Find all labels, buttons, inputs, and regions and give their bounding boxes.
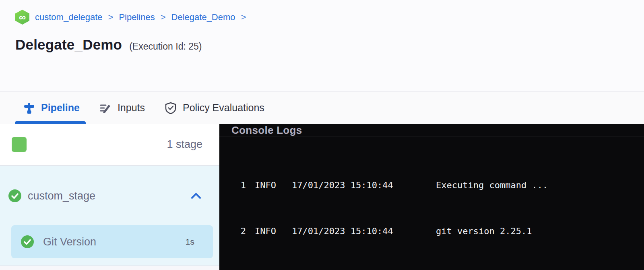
log-timestamp: 17/01/2023 15:10:44 <box>292 224 397 239</box>
console-log-area: 1 INFO 17/01/2023 15:10:44 Executing com… <box>219 137 644 270</box>
log-level: INFO <box>255 224 278 239</box>
page-title: Delegate_Demo <box>15 37 122 53</box>
chevron-right-separator: > <box>240 12 247 23</box>
tab-pipeline-label: Pipeline <box>41 102 80 114</box>
stage-name-label: custom_stage <box>28 190 95 202</box>
breadcrumb-link-pipelines[interactable]: Pipelines <box>119 12 155 23</box>
log-timestamp: 17/01/2023 15:10:44 <box>292 178 397 193</box>
stage-summary-row: 1 stage <box>0 124 219 166</box>
inputs-edit-icon <box>99 102 111 114</box>
breadcrumb: ∞ custom_delegate > Pipelines > Delegate… <box>15 10 644 25</box>
tab-bar: Pipeline Inputs Policy Evaluations <box>0 91 644 124</box>
pipeline-icon <box>23 102 35 114</box>
stage-panel: 1 stage custom_stage Git Version <box>0 124 219 270</box>
console-logs-title: Console Logs <box>231 124 302 137</box>
tab-inputs[interactable]: Inputs <box>99 102 145 114</box>
tab-inputs-label: Inputs <box>118 102 145 114</box>
shield-check-icon <box>165 102 177 114</box>
stage-row-custom-stage[interactable]: custom_stage <box>0 183 219 208</box>
stage-status-square <box>12 137 27 152</box>
log-line-number: 1 <box>239 178 246 193</box>
log-line: 1 INFO 17/01/2023 15:10:44 Executing com… <box>239 178 644 193</box>
title-row: Delegate_Demo (Execution Id: 25) <box>15 37 644 53</box>
log-message: git version 2.25.1 <box>436 224 532 239</box>
steps-divider <box>11 219 219 219</box>
console-logs-panel: Console Logs 1 INFO 17/01/2023 15:10:44 … <box>219 124 644 270</box>
step-name-label: Git Version <box>43 236 96 248</box>
breadcrumb-link-project[interactable]: custom_delegate <box>35 12 103 23</box>
stage-section: custom_stage Git Version 1s <box>0 166 219 270</box>
success-check-icon <box>21 235 34 248</box>
step-duration-label: 1s <box>186 237 194 247</box>
tab-pipeline[interactable]: Pipeline <box>23 102 80 114</box>
page-header: ∞ custom_delegate > Pipelines > Delegate… <box>0 0 644 91</box>
log-line-number: 2 <box>239 224 246 239</box>
log-line: 2 INFO 17/01/2023 15:10:44 git version 2… <box>239 224 644 239</box>
harness-cd-logo-icon[interactable]: ∞ <box>15 10 29 25</box>
chevron-right-separator: > <box>160 12 167 23</box>
success-check-icon <box>8 189 21 202</box>
breadcrumb-link-pipeline-name[interactable]: Delegate_Demo <box>171 12 235 23</box>
execution-main: 1 stage custom_stage Git Version <box>0 124 644 270</box>
step-row-git-version[interactable]: Git Version 1s <box>11 225 213 258</box>
tab-policy-evaluations[interactable]: Policy Evaluations <box>165 102 264 114</box>
log-level: INFO <box>255 178 278 193</box>
active-tab-underline <box>15 121 86 124</box>
tab-policy-evaluations-label: Policy Evaluations <box>183 102 264 114</box>
log-message: Executing command ... <box>436 178 548 193</box>
chevron-up-icon[interactable] <box>190 192 202 200</box>
stage-count-label: 1 stage <box>167 138 202 151</box>
console-logs-header: Console Logs <box>219 124 644 137</box>
panel-bottom-strip <box>0 266 219 270</box>
chevron-right-separator: > <box>107 12 114 23</box>
execution-id-label: (Execution Id: 25) <box>129 41 202 52</box>
